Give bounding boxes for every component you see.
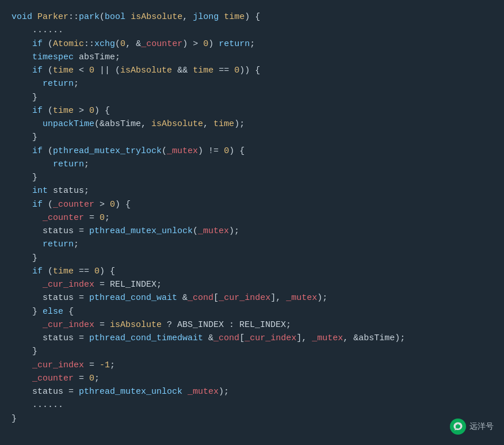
code-line: if (pthread_mutex_trylock(_mutex) != 0) …: [12, 144, 492, 158]
code-line: unpackTime(&absTime, isAbsolute, time);: [12, 117, 492, 131]
watermark-label: 远洋号: [469, 420, 494, 433]
code-block: void Parker::park(bool isAbsolute, jlong…: [0, 0, 504, 436]
code-line: _counter = 0;: [12, 372, 492, 385]
code-line: int status;: [12, 184, 492, 197]
code-line: status = pthread_cond_wait &_cond[_cur_i…: [12, 291, 492, 305]
code-line: if (time == 0) {: [12, 265, 492, 278]
code-line: ......: [12, 398, 492, 412]
code-line: status = pthread_cond_timedwait &_cond[_…: [12, 332, 492, 345]
code-line: if (time < 0 || (isAbsolute && time == 0…: [12, 64, 492, 77]
code-line: if (_counter > 0) {: [12, 198, 492, 211]
code-line: }: [12, 171, 492, 184]
code-line: _cur_index = isAbsolute ? ABS_INDEX : RE…: [12, 318, 492, 332]
code-line: timespec absTime;: [12, 51, 492, 64]
code-line: _counter = 0;: [12, 211, 492, 225]
code-line: void Parker::park(bool isAbsolute, jlong…: [12, 10, 492, 24]
code-line: _cur_index = -1;: [12, 359, 492, 372]
code-line: }: [12, 131, 492, 144]
code-line: return;: [12, 238, 492, 251]
code-line: if (time > 0) {: [12, 104, 492, 117]
code-line: status = pthread_mutex_unlock _mutex);: [12, 385, 492, 398]
code-line: _cur_index = REL_INDEX;: [12, 278, 492, 291]
code-line: }: [12, 252, 492, 265]
code-line: }: [12, 412, 492, 425]
code-line: return;: [12, 77, 492, 90]
code-line: ......: [12, 24, 492, 37]
code-line: }: [12, 91, 492, 104]
code-line: if (Atomic::xchg(0, &_counter) > 0) retu…: [12, 37, 492, 51]
wechat-icon: [450, 419, 466, 435]
code-line: status = pthread_mutex_unlock(_mutex);: [12, 225, 492, 238]
code-line: }: [12, 345, 492, 358]
code-line: return;: [12, 158, 492, 171]
watermark: 远洋号: [450, 419, 494, 435]
code-line: } else {: [12, 305, 492, 318]
